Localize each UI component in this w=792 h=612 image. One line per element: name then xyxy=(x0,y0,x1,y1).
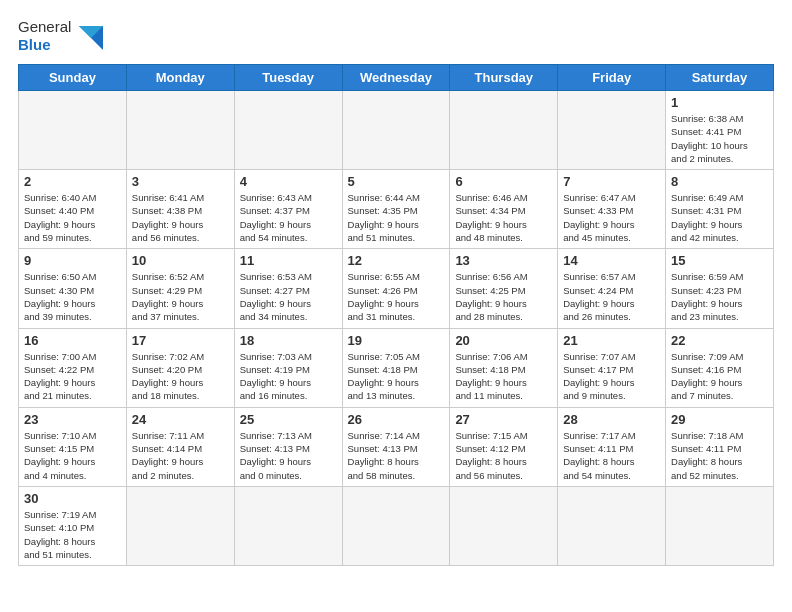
day-cell: 21Sunrise: 7:07 AMSunset: 4:17 PMDayligh… xyxy=(558,328,666,407)
day-cell: 18Sunrise: 7:03 AMSunset: 4:19 PMDayligh… xyxy=(234,328,342,407)
day-cell: 10Sunrise: 6:52 AMSunset: 4:29 PMDayligh… xyxy=(126,249,234,328)
col-header-monday: Monday xyxy=(126,65,234,91)
day-number: 11 xyxy=(240,253,337,268)
day-cell: 4Sunrise: 6:43 AMSunset: 4:37 PMDaylight… xyxy=(234,170,342,249)
day-number: 27 xyxy=(455,412,552,427)
day-info: Sunrise: 7:11 AMSunset: 4:14 PMDaylight:… xyxy=(132,429,229,482)
day-cell: 17Sunrise: 7:02 AMSunset: 4:20 PMDayligh… xyxy=(126,328,234,407)
day-cell xyxy=(450,486,558,565)
day-cell xyxy=(342,486,450,565)
day-cell xyxy=(234,91,342,170)
day-info: Sunrise: 6:56 AMSunset: 4:25 PMDaylight:… xyxy=(455,270,552,323)
day-cell: 3Sunrise: 6:41 AMSunset: 4:38 PMDaylight… xyxy=(126,170,234,249)
day-number: 26 xyxy=(348,412,445,427)
day-info: Sunrise: 6:40 AMSunset: 4:40 PMDaylight:… xyxy=(24,191,121,244)
day-cell: 9Sunrise: 6:50 AMSunset: 4:30 PMDaylight… xyxy=(19,249,127,328)
day-cell: 12Sunrise: 6:55 AMSunset: 4:26 PMDayligh… xyxy=(342,249,450,328)
day-number: 6 xyxy=(455,174,552,189)
week-row-4: 16Sunrise: 7:00 AMSunset: 4:22 PMDayligh… xyxy=(19,328,774,407)
day-info: Sunrise: 6:52 AMSunset: 4:29 PMDaylight:… xyxy=(132,270,229,323)
col-header-sunday: Sunday xyxy=(19,65,127,91)
week-row-3: 9Sunrise: 6:50 AMSunset: 4:30 PMDaylight… xyxy=(19,249,774,328)
day-number: 25 xyxy=(240,412,337,427)
col-header-thursday: Thursday xyxy=(450,65,558,91)
day-cell: 5Sunrise: 6:44 AMSunset: 4:35 PMDaylight… xyxy=(342,170,450,249)
header: General Blue xyxy=(18,18,774,54)
day-info: Sunrise: 7:15 AMSunset: 4:12 PMDaylight:… xyxy=(455,429,552,482)
week-row-5: 23Sunrise: 7:10 AMSunset: 4:15 PMDayligh… xyxy=(19,407,774,486)
week-row-2: 2Sunrise: 6:40 AMSunset: 4:40 PMDaylight… xyxy=(19,170,774,249)
logo-general-text: General xyxy=(18,18,71,36)
day-cell: 19Sunrise: 7:05 AMSunset: 4:18 PMDayligh… xyxy=(342,328,450,407)
day-number: 22 xyxy=(671,333,768,348)
week-row-6: 30Sunrise: 7:19 AMSunset: 4:10 PMDayligh… xyxy=(19,486,774,565)
day-cell: 1Sunrise: 6:38 AMSunset: 4:41 PMDaylight… xyxy=(666,91,774,170)
day-cell xyxy=(666,486,774,565)
day-number: 16 xyxy=(24,333,121,348)
day-info: Sunrise: 7:00 AMSunset: 4:22 PMDaylight:… xyxy=(24,350,121,403)
day-number: 1 xyxy=(671,95,768,110)
logo: General Blue xyxy=(18,18,103,54)
day-cell xyxy=(126,486,234,565)
day-cell xyxy=(234,486,342,565)
day-cell: 7Sunrise: 6:47 AMSunset: 4:33 PMDaylight… xyxy=(558,170,666,249)
day-info: Sunrise: 7:10 AMSunset: 4:15 PMDaylight:… xyxy=(24,429,121,482)
day-cell: 25Sunrise: 7:13 AMSunset: 4:13 PMDayligh… xyxy=(234,407,342,486)
day-info: Sunrise: 6:53 AMSunset: 4:27 PMDaylight:… xyxy=(240,270,337,323)
day-info: Sunrise: 6:38 AMSunset: 4:41 PMDaylight:… xyxy=(671,112,768,165)
day-number: 15 xyxy=(671,253,768,268)
day-number: 17 xyxy=(132,333,229,348)
day-cell: 13Sunrise: 6:56 AMSunset: 4:25 PMDayligh… xyxy=(450,249,558,328)
week-row-1: 1Sunrise: 6:38 AMSunset: 4:41 PMDaylight… xyxy=(19,91,774,170)
col-header-friday: Friday xyxy=(558,65,666,91)
day-cell: 20Sunrise: 7:06 AMSunset: 4:18 PMDayligh… xyxy=(450,328,558,407)
day-info: Sunrise: 7:18 AMSunset: 4:11 PMDaylight:… xyxy=(671,429,768,482)
header-row: SundayMondayTuesdayWednesdayThursdayFrid… xyxy=(19,65,774,91)
logo-blue-text: Blue xyxy=(18,36,51,54)
day-cell xyxy=(450,91,558,170)
col-header-saturday: Saturday xyxy=(666,65,774,91)
day-info: Sunrise: 7:06 AMSunset: 4:18 PMDaylight:… xyxy=(455,350,552,403)
day-number: 13 xyxy=(455,253,552,268)
day-number: 18 xyxy=(240,333,337,348)
day-number: 9 xyxy=(24,253,121,268)
day-cell: 26Sunrise: 7:14 AMSunset: 4:13 PMDayligh… xyxy=(342,407,450,486)
day-info: Sunrise: 6:46 AMSunset: 4:34 PMDaylight:… xyxy=(455,191,552,244)
logo-triangle-icon xyxy=(75,22,103,50)
day-number: 28 xyxy=(563,412,660,427)
day-info: Sunrise: 6:41 AMSunset: 4:38 PMDaylight:… xyxy=(132,191,229,244)
day-info: Sunrise: 6:55 AMSunset: 4:26 PMDaylight:… xyxy=(348,270,445,323)
page: General Blue SundayMondayTuesdayWednesda… xyxy=(0,0,792,612)
day-info: Sunrise: 7:17 AMSunset: 4:11 PMDaylight:… xyxy=(563,429,660,482)
day-number: 10 xyxy=(132,253,229,268)
day-info: Sunrise: 6:49 AMSunset: 4:31 PMDaylight:… xyxy=(671,191,768,244)
day-number: 3 xyxy=(132,174,229,189)
day-number: 8 xyxy=(671,174,768,189)
day-cell: 8Sunrise: 6:49 AMSunset: 4:31 PMDaylight… xyxy=(666,170,774,249)
day-number: 29 xyxy=(671,412,768,427)
day-cell: 23Sunrise: 7:10 AMSunset: 4:15 PMDayligh… xyxy=(19,407,127,486)
day-cell: 14Sunrise: 6:57 AMSunset: 4:24 PMDayligh… xyxy=(558,249,666,328)
day-cell: 29Sunrise: 7:18 AMSunset: 4:11 PMDayligh… xyxy=(666,407,774,486)
col-header-wednesday: Wednesday xyxy=(342,65,450,91)
day-cell: 15Sunrise: 6:59 AMSunset: 4:23 PMDayligh… xyxy=(666,249,774,328)
day-info: Sunrise: 7:13 AMSunset: 4:13 PMDaylight:… xyxy=(240,429,337,482)
day-cell xyxy=(19,91,127,170)
day-cell: 6Sunrise: 6:46 AMSunset: 4:34 PMDaylight… xyxy=(450,170,558,249)
day-info: Sunrise: 7:19 AMSunset: 4:10 PMDaylight:… xyxy=(24,508,121,561)
day-cell: 11Sunrise: 6:53 AMSunset: 4:27 PMDayligh… xyxy=(234,249,342,328)
day-number: 30 xyxy=(24,491,121,506)
day-info: Sunrise: 6:50 AMSunset: 4:30 PMDaylight:… xyxy=(24,270,121,323)
day-cell: 28Sunrise: 7:17 AMSunset: 4:11 PMDayligh… xyxy=(558,407,666,486)
day-info: Sunrise: 6:44 AMSunset: 4:35 PMDaylight:… xyxy=(348,191,445,244)
day-number: 4 xyxy=(240,174,337,189)
day-number: 7 xyxy=(563,174,660,189)
day-info: Sunrise: 6:43 AMSunset: 4:37 PMDaylight:… xyxy=(240,191,337,244)
day-number: 2 xyxy=(24,174,121,189)
day-info: Sunrise: 6:47 AMSunset: 4:33 PMDaylight:… xyxy=(563,191,660,244)
day-cell xyxy=(558,91,666,170)
day-info: Sunrise: 7:07 AMSunset: 4:17 PMDaylight:… xyxy=(563,350,660,403)
calendar-table: SundayMondayTuesdayWednesdayThursdayFrid… xyxy=(18,64,774,566)
day-cell: 2Sunrise: 6:40 AMSunset: 4:40 PMDaylight… xyxy=(19,170,127,249)
day-info: Sunrise: 7:05 AMSunset: 4:18 PMDaylight:… xyxy=(348,350,445,403)
